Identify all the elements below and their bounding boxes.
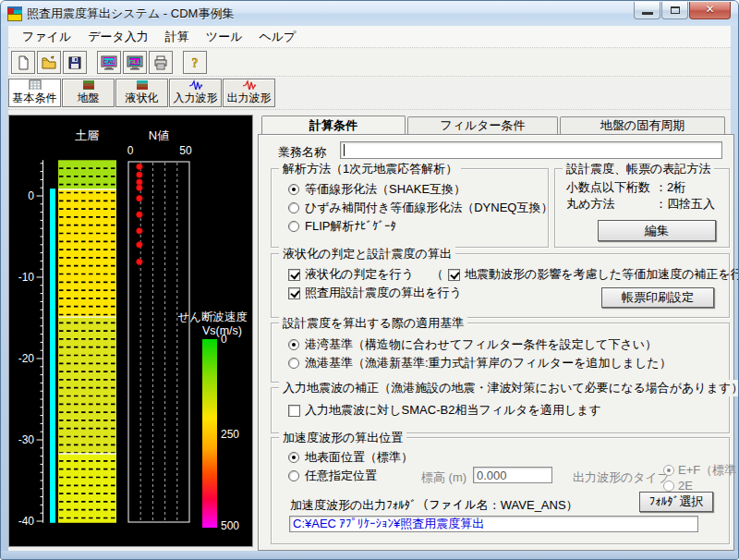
nav-tabbar: 基本条件 地盤 液状化 入力波形 出力波形 <box>8 78 731 110</box>
elevation-input[interactable] <box>473 467 552 483</box>
radio-icon <box>288 358 299 369</box>
radio-arbitrary-position[interactable]: 任意指定位置 <box>288 468 377 484</box>
client-area: ファイル データ入力 計算 ツール ヘルプ CAL FILL <box>8 26 731 551</box>
save-button[interactable] <box>63 51 87 74</box>
radio-icon <box>288 452 299 463</box>
new-file-button[interactable] <box>11 51 35 74</box>
menu-data-input[interactable]: データ入力 <box>79 26 157 48</box>
svg-text:N値: N値 <box>149 128 169 142</box>
svg-text:CAL: CAL <box>103 59 115 65</box>
print-icon <box>153 55 168 70</box>
decimal-digits-value: ：2桁 <box>655 179 685 196</box>
liquefaction-judge-checkbox[interactable] <box>288 269 300 281</box>
soil-layers-icon <box>82 79 95 90</box>
output-folder-label: 加速度波形の出力ﾌｫﾙﾀﾞ（ファイル名：WAVE_ANS） <box>290 497 578 514</box>
radio-icon <box>288 221 299 232</box>
report-print-settings-button[interactable]: 帳票印刷設定 <box>601 287 714 308</box>
design-seismic-calc-label: 照査用設計震度の算出を行う <box>305 285 462 301</box>
input-waveform-icon <box>188 79 203 90</box>
calc-button[interactable]: CAL <box>97 51 121 74</box>
svg-text:50: 50 <box>179 144 192 157</box>
toolbar: CAL FILL ? <box>8 49 731 77</box>
nav-tab-label: 地盤 <box>78 91 100 106</box>
nav-tab-liquefaction[interactable]: 液状化 <box>115 79 168 107</box>
smac-b2-filter-checkbox[interactable] <box>288 405 300 417</box>
liquefaction-soil-icon <box>136 79 149 90</box>
minimize-icon <box>642 12 653 15</box>
radio-port-standard[interactable]: 港湾基準（構造物に合わせてフィルター条件を設定して下さい） <box>288 336 657 353</box>
svg-text:土層: 土層 <box>75 128 99 142</box>
menu-tools[interactable]: ツール <box>198 26 251 48</box>
text-caret <box>344 144 345 156</box>
svg-text:-40: -40 <box>18 515 35 528</box>
elevation-label: 標高 (m) <box>421 469 466 486</box>
nav-tab-label: 出力波形 <box>227 91 272 106</box>
svg-text:0: 0 <box>127 144 134 157</box>
print-button[interactable] <box>149 51 173 74</box>
svg-text:250: 250 <box>221 428 239 441</box>
notation-group: 設計震度、帳票の表記方法 小数点以下桁数 ：2桁 丸め方法 ：四捨五入 編集 <box>554 168 730 248</box>
save-icon <box>67 55 82 70</box>
output-folder-input[interactable] <box>289 516 698 532</box>
maximize-button[interactable] <box>661 2 688 19</box>
nav-tab-basic[interactable]: 基本条件 <box>8 79 61 107</box>
svg-text:-10: -10 <box>18 271 35 284</box>
input-wave-correction-group: 入力地震波の補正（漁港施設の地震・津波対策において必要になる場合があります） 入… <box>271 387 730 433</box>
edit-button[interactable]: 編集 <box>598 220 716 241</box>
close-button[interactable]: ✕ <box>689 2 731 19</box>
menu-help[interactable]: ヘルプ <box>250 26 304 48</box>
equiv-accel-correction-checkbox[interactable] <box>448 269 460 281</box>
equiv-accel-correction-label: 地震動波形の影響を考慮した等価加速度の補正を行う） <box>465 266 739 283</box>
project-name-input[interactable] <box>340 141 722 159</box>
nav-tab-output-wave[interactable]: 出力波形 <box>223 79 275 107</box>
tab-filter-conditions[interactable]: フィルター条件 <box>407 116 558 134</box>
tab-natural-period[interactable]: 地盤の固有周期 <box>560 116 725 134</box>
svg-text:せん断波速度: せん断波速度 <box>177 310 248 323</box>
radio-flip[interactable]: FLIP解析ﾅﾋﾞｹﾞｰﾀ <box>288 218 396 235</box>
minimize-button[interactable] <box>634 2 660 19</box>
radio-dyneq[interactable]: ひずみ補間付き等価線形化法（DYNEQ互換） <box>288 200 552 216</box>
folder-select-button[interactable]: ﾌｫﾙﾀﾞ選択 <box>639 492 713 512</box>
analysis-method-title: 解析方法（1次元地震応答解析） <box>279 161 461 177</box>
smac-b2-filter-label: 入力地震波に対しSMAC-B2相当フィルタを適用します <box>305 402 601 419</box>
maximize-icon <box>671 6 680 14</box>
help-button[interactable]: ? <box>183 51 207 74</box>
fill-monitor-icon: FILL <box>127 55 143 70</box>
settings-panel: 計算条件 フィルター条件 地盤の固有周期 業務名称 解析方法（1次 <box>258 116 734 551</box>
rounding-label: 丸め方法 <box>566 196 655 213</box>
radio-icon <box>288 470 299 481</box>
radio-ground-surface[interactable]: 地表面位置（標準） <box>288 449 413 466</box>
svg-text:FILL: FILL <box>129 59 141 65</box>
tab-calc-conditions[interactable]: 計算条件 <box>261 116 406 134</box>
open-button[interactable] <box>37 51 61 74</box>
analysis-method-group: 解析方法（1次元地震応答解析） 等価線形化法（SHAKE互換） ひずみ補間付き等… <box>271 168 549 248</box>
nav-tab-ground[interactable]: 地盤 <box>62 79 115 107</box>
nav-tab-label: 基本条件 <box>13 91 57 106</box>
grid-sheet-icon <box>29 79 42 90</box>
design-seismic-calc-checkbox[interactable] <box>288 287 300 299</box>
window-frame-bottom <box>1 551 738 559</box>
svg-text:500: 500 <box>221 519 239 532</box>
soil-profile-chart: 土層N値0500-10-20-30-40せん断波速度Vs(m/s)0250500 <box>8 115 253 547</box>
radio-2e: 2E <box>663 479 693 493</box>
project-name-label: 業務名称 <box>278 144 326 161</box>
app-icon <box>7 6 22 21</box>
fill-button[interactable]: FILL <box>123 51 147 74</box>
calc-conditions-page: 業務名称 解析方法（1次元地震応答解析） 等価線形化法（SHAKE互換） <box>258 134 734 551</box>
radio-ef: E+F（標準） <box>663 462 739 479</box>
help-icon: ? <box>188 55 202 70</box>
close-icon: ✕ <box>690 3 730 16</box>
liquefaction-judge-label: 液状化の判定を行う <box>305 266 414 283</box>
nav-tab-label: 入力波形 <box>174 91 218 106</box>
liquefaction-group: 液状化の判定と設計震度の算出 液状化の判定を行う （ 地震動波形の影響を考慮した… <box>271 253 730 318</box>
calc-monitor-icon: CAL <box>101 55 117 70</box>
nav-tab-input-wave[interactable]: 入力波形 <box>169 79 222 107</box>
radio-shake[interactable]: 等価線形化法（SHAKE互換） <box>288 181 466 198</box>
menu-file[interactable]: ファイル <box>14 26 79 48</box>
menu-calc[interactable]: 計算 <box>157 26 198 48</box>
radio-icon <box>288 339 299 350</box>
radio-fishing-port-standard[interactable]: 漁港基準（漁港新基準:重力式計算岸のフィルターを追加しました） <box>288 355 672 371</box>
window-frame-left <box>1 26 8 551</box>
decimal-digits-label: 小数点以下桁数 <box>566 179 655 196</box>
radio-icon <box>663 481 674 492</box>
